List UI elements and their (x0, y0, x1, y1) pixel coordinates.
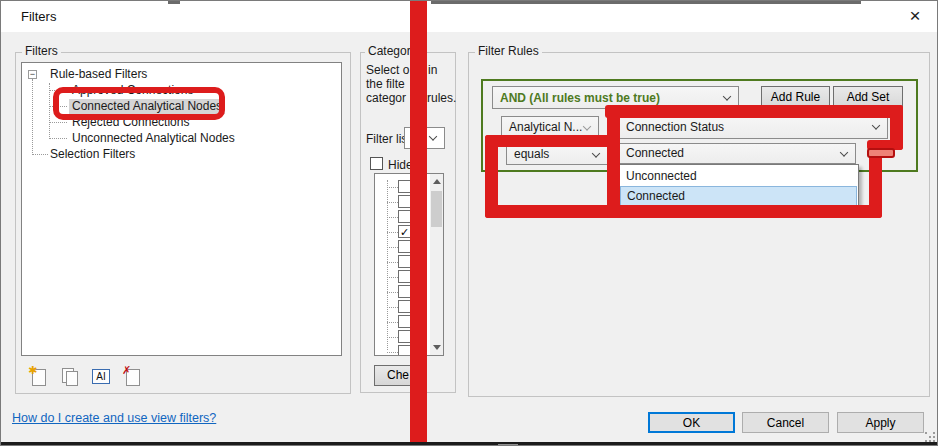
background-window-edge (1, 442, 938, 446)
title-bar: Filters × (1, 1, 937, 32)
annotation-bar (607, 105, 620, 218)
tree-connector (387, 187, 398, 188)
tree-connector (49, 138, 67, 139)
tree-connector (49, 122, 67, 123)
categories-group-label: Categor (365, 45, 414, 58)
tree-connector (387, 352, 398, 353)
rename-filter-button[interactable]: AI (92, 367, 114, 387)
annotation-divider-bar (410, 1, 427, 442)
tree-connector (387, 322, 398, 323)
tree-connector (32, 154, 48, 155)
categories-scrollbar[interactable] (430, 174, 443, 355)
delete-filter-button[interactable]: ✗ (123, 367, 143, 387)
filters-group-label: Filters (22, 45, 61, 58)
rule-value-dropdown[interactable]: Connected (618, 143, 856, 164)
help-link[interactable]: How do I create and use view filters? (12, 411, 216, 425)
annotation-bar (605, 105, 903, 118)
annotation-bar (485, 135, 498, 218)
filter-list-label: Filter lis (366, 132, 407, 146)
scrollbar-thumb[interactable] (431, 191, 442, 227)
filter-rules-group-label: Filter Rules (475, 45, 542, 58)
tree-connector (49, 83, 50, 139)
dropdown-option-connected[interactable]: Connected (620, 186, 857, 207)
hide-unchecked-checkbox[interactable] (370, 157, 383, 170)
apply-button[interactable]: Apply (837, 412, 924, 433)
tree-connector (387, 277, 398, 278)
resize-grip[interactable] (925, 432, 927, 434)
tree-expander-icon[interactable]: − (28, 70, 37, 79)
rule-operator-dropdown[interactable]: equals (506, 144, 608, 165)
categories-desc: the filte (366, 77, 405, 91)
delete-x-icon: ✗ (122, 365, 131, 375)
tree-connector (387, 202, 398, 203)
close-icon[interactable]: × (901, 3, 929, 29)
chevron-down-icon (840, 148, 848, 156)
arrow-up-icon (433, 179, 441, 184)
scroll-up-button[interactable] (430, 174, 443, 189)
tree-connector (387, 292, 398, 293)
cancel-button[interactable]: Cancel (742, 412, 829, 433)
categories-desc: Select o (366, 63, 409, 77)
new-filter-button[interactable]: ✱ (29, 367, 49, 387)
ok-button[interactable]: OK (648, 412, 735, 433)
tree-item-unconnected-analytical-nodes[interactable]: Unconnected Analytical Nodes (72, 131, 235, 146)
tree-connector (387, 247, 398, 248)
filters-dialog: Filters × Filters − Rule-based Filters A… (0, 0, 938, 446)
chevron-down-icon (592, 149, 600, 157)
chevron-down-icon (429, 132, 437, 140)
tree-connector (387, 232, 398, 233)
hide-unchecked-label: Hide (388, 158, 413, 172)
value-dropdown-list: Unconnected Connected (618, 164, 859, 207)
categories-desc: in (428, 63, 437, 77)
categories-desc: rules. (427, 91, 456, 105)
tree-item-selection-filters[interactable]: Selection Filters (50, 147, 135, 162)
remove-rule-minus-icon[interactable] (867, 148, 895, 158)
tree-connector (387, 217, 398, 218)
arrow-down-icon (433, 345, 441, 350)
scroll-down-button[interactable] (430, 340, 443, 355)
dialog-title: Filters (21, 9, 56, 24)
annotation-bar (485, 205, 882, 218)
background-window-edge (431, 1, 861, 4)
annotation-bar (485, 135, 620, 147)
rule-parameter-dropdown[interactable]: Connection Status (618, 115, 888, 139)
categories-desc: categor (366, 91, 406, 105)
duplicate-filter-button[interactable] (61, 367, 81, 387)
chevron-down-icon (583, 122, 591, 130)
tree-item-rule-based-filters[interactable]: Rule-based Filters (50, 67, 147, 82)
tree-connector (387, 262, 398, 263)
annotation-box-tree (53, 87, 225, 120)
rename-ai-icon: AI (92, 369, 110, 384)
chevron-down-icon (723, 92, 731, 100)
chevron-down-icon (872, 121, 880, 129)
new-star-icon: ✱ (28, 365, 37, 375)
tree-connector (32, 79, 33, 155)
categories-checklist[interactable]: ✓ (374, 173, 444, 356)
background-window-edge (168, 1, 180, 4)
tree-connector (387, 307, 398, 308)
dropdown-option-unconnected[interactable]: Unconnected (620, 166, 857, 187)
tree-connector (387, 337, 398, 338)
